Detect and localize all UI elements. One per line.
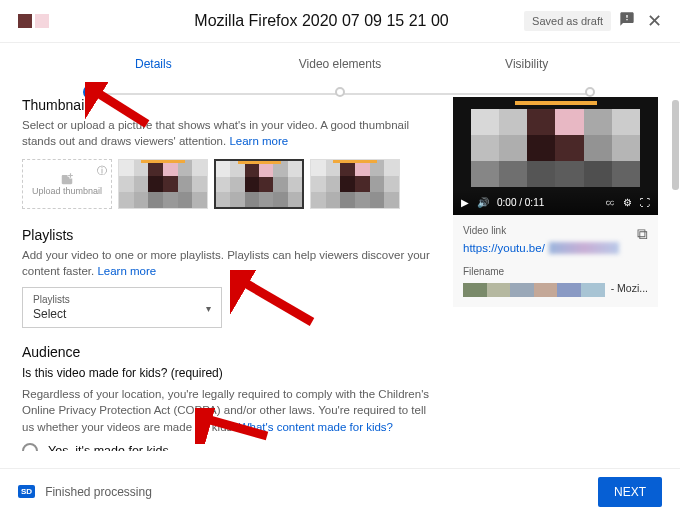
- radio-made-for-kids[interactable]: Yes, it's made for kids: [22, 443, 433, 451]
- audience-learn-more[interactable]: What's content made for kids?: [239, 421, 393, 433]
- upload-thumbnail-button[interactable]: ⓘUpload thumbnail: [22, 159, 112, 209]
- audience-description: Regardless of your location, you're lega…: [22, 386, 433, 434]
- draft-status: Saved as draft: [524, 11, 611, 31]
- playlists-learn-more[interactable]: Learn more: [97, 265, 156, 277]
- thumbnail-heading: Thumbnail: [22, 97, 433, 113]
- step-visibility[interactable]: Visibility: [433, 57, 620, 71]
- audience-heading: Audience: [22, 344, 433, 360]
- fullscreen-icon[interactable]: ⛶: [640, 197, 650, 208]
- copy-link-icon[interactable]: ⧉: [637, 225, 648, 243]
- video-preview[interactable]: ▶ 🔊 0:00 / 0:11 ㏄ ⚙ ⛶: [453, 97, 658, 215]
- thumbnail-option-1[interactable]: [118, 159, 208, 209]
- scrollbar[interactable]: [672, 100, 679, 190]
- filename-label: Filename: [463, 266, 648, 277]
- feedback-icon[interactable]: [619, 11, 635, 31]
- next-button[interactable]: NEXT: [598, 477, 662, 507]
- video-thumbnail-mini: [18, 14, 49, 28]
- play-icon[interactable]: ▶: [461, 197, 469, 208]
- close-icon[interactable]: ✕: [647, 10, 662, 32]
- video-link-label: Video link: [463, 225, 648, 236]
- video-link[interactable]: https://youtu.be/: [463, 242, 545, 254]
- settings-icon[interactable]: ⚙: [623, 197, 632, 208]
- sd-badge: SD: [18, 485, 35, 498]
- thumbnail-learn-more[interactable]: Learn more: [229, 135, 288, 147]
- filename-redacted: [463, 283, 605, 297]
- video-time: 0:00 / 0:11: [497, 197, 544, 208]
- step-details[interactable]: Details: [60, 57, 247, 71]
- subtitles-icon[interactable]: ㏄: [605, 195, 615, 209]
- video-id-redacted: [549, 242, 619, 254]
- thumbnail-option-3[interactable]: [310, 159, 400, 209]
- audience-subheading: Is this video made for kids? (required): [22, 366, 433, 380]
- processing-status: Finished processing: [45, 485, 598, 499]
- help-icon[interactable]: ⓘ: [97, 164, 107, 178]
- step-video-elements[interactable]: Video elements: [247, 57, 434, 71]
- thumbnail-description: Select or upload a picture that shows wh…: [22, 117, 433, 149]
- video-title: Mozilla Firefox 2020 07 09 15 21 00: [69, 12, 524, 30]
- playlists-description: Add your video to one or more playlists.…: [22, 247, 433, 279]
- playlists-select[interactable]: Playlists Select: [22, 287, 222, 328]
- playlists-heading: Playlists: [22, 227, 433, 243]
- thumbnail-option-2[interactable]: [214, 159, 304, 209]
- volume-icon[interactable]: 🔊: [477, 197, 489, 208]
